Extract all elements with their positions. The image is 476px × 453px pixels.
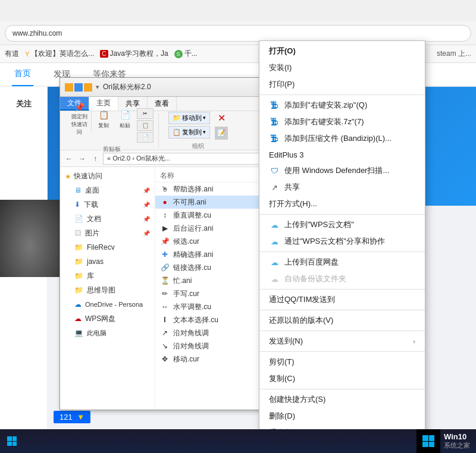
start-button[interactable]: [0, 429, 24, 453]
file-move-icon: ✥: [160, 355, 170, 363]
nav-javas[interactable]: 📁 javas: [60, 254, 155, 269]
cm-defender[interactable]: 🛡 使用 Windows Defender扫描...: [259, 162, 425, 179]
move-copy-btns: 📁 移动到 ▾ 📋 复制到 ▾: [168, 112, 210, 140]
cm-sep4: [259, 289, 425, 290]
nav-wps[interactable]: ☁ WPS网盘: [60, 312, 155, 326]
copy2-icon-btn[interactable]: 📋: [137, 120, 154, 131]
cm-baidu-icon: ☁: [269, 257, 280, 268]
win10-logo-icon: [422, 435, 434, 447]
cm-add-zip[interactable]: 🗜 添加到"右键安装.zip"(Q): [259, 97, 425, 114]
ribbon-paste-button[interactable]: 📄 粘贴: [115, 108, 134, 130]
move-to-button[interactable]: 📁 移动到 ▾: [168, 112, 210, 124]
file-help-name: 帮助选择.ani: [173, 184, 213, 194]
desktop-label: 桌面: [85, 185, 99, 196]
cm-restore[interactable]: 还原以前的版本(V): [259, 312, 425, 329]
onedrive-label: OneDrive - Persona: [85, 301, 143, 308]
clipboard-extra: ✂ 📋 📄: [137, 108, 154, 143]
address-input[interactable]: www.zhihu.com: [5, 25, 471, 42]
delete-icon-btn[interactable]: ✕: [215, 112, 228, 125]
bookmark-other[interactable]: S 千...: [174, 49, 198, 59]
cm-auto-backup[interactable]: ☁ 自动备份该文件夹: [259, 270, 425, 287]
nav-mindmap[interactable]: 📁 思维导图: [60, 283, 155, 297]
nav-pictures[interactable]: 🖼 图片 📌: [60, 226, 155, 240]
nav-docs[interactable]: 📄 文档 📌: [60, 212, 155, 226]
forward-button[interactable]: →: [77, 153, 87, 164]
file-horiz-icon: ↔: [160, 303, 170, 311]
cm-create-shortcut[interactable]: 创建快捷方式(S): [259, 391, 425, 408]
cm-share[interactable]: ↗ 共享: [259, 179, 425, 196]
file-bg-name: 后台运行.ani: [173, 224, 213, 234]
ribbon-copy-button[interactable]: 📋 复制: [94, 108, 113, 130]
context-menu: 打开(O) 安装(I) 打印(P) 🗜 添加到"右键安装.zip"(Q) 🗜 添…: [259, 40, 425, 453]
copy-to-button[interactable]: 📋 复制到 ▾: [168, 126, 210, 139]
cm-wps-share-icon: ☁: [269, 236, 280, 247]
cm-wps-share-label: 通过"WPS云文档"分享和协作: [284, 236, 415, 247]
cm-sep1: [259, 95, 425, 95]
cm-wps-upload[interactable]: ☁ 上传到"WPS云文档": [259, 216, 425, 233]
win-cell-1: [7, 436, 12, 441]
cm-add-7z[interactable]: 🗜 添加到"右键安装.7z"(7): [259, 114, 425, 130]
back-button[interactable]: ←: [64, 153, 74, 164]
cm-baidu-upload[interactable]: ☁ 上传到百度网盘: [259, 254, 425, 270]
file-hw-name: 手写.cur: [173, 289, 199, 299]
windows-logo-icon: [7, 436, 17, 446]
cm-sendto[interactable]: 发送到(N) ›: [259, 333, 425, 350]
title-folder2-icon: [84, 83, 92, 92]
pc-icon: 💻: [74, 329, 83, 337]
cm-print[interactable]: 打印(P): [259, 76, 425, 93]
ribbon-pin-button[interactable]: 📌 固定到快速访问: [70, 108, 89, 130]
cm-backup-icon: ☁: [269, 273, 280, 284]
nav-pc[interactable]: 💻 此电脑: [60, 326, 155, 340]
cm-add-bandizip[interactable]: 🗜 添加到压缩文件 (Bandizip)(L)...: [259, 130, 425, 147]
file-unavail-name: 不可用.ani: [173, 197, 206, 207]
cm-open[interactable]: 打开(O): [259, 43, 425, 59]
cm-install[interactable]: 安装(I): [259, 59, 425, 76]
cm-cut[interactable]: 剪切(T): [259, 354, 425, 370]
nav-library[interactable]: 📁 库: [60, 269, 155, 283]
bookmark-youdao[interactable]: 有道: [5, 49, 19, 59]
win-cell-3: [7, 442, 12, 446]
cm-sep7: [259, 351, 425, 352]
quick-access-header[interactable]: ★ 快速访问: [60, 169, 155, 183]
cm-wps-upload-icon: ☁: [269, 219, 280, 230]
download-pin: 📌: [143, 202, 150, 208]
cm-copy[interactable]: 复制(C): [259, 370, 425, 387]
cm-delete[interactable]: 删除(D): [259, 408, 425, 424]
wps-icon: ☁: [74, 314, 82, 323]
pin-icon: 📌: [73, 102, 85, 112]
cm-openwith-label: 打开方式(H)...: [269, 199, 415, 209]
cm-qq-send[interactable]: 通过QQ/TIM发送到: [259, 291, 425, 308]
ribbon-icons-top: 📌 固定到快速访问 📋 复制 📄 粘贴 ✂ 📋: [70, 108, 154, 143]
ribbon-group-organize: 📁 移动到 ▾ 📋 复制到 ▾ ✕ 📝: [164, 114, 233, 148]
filerecv-label: FileRecv: [87, 243, 115, 251]
nav-home[interactable]: 首页: [12, 62, 33, 86]
cm-wps-share[interactable]: ☁ 通过"WPS云文档"分享和协作: [259, 233, 425, 250]
file-busy-icon: ⏳: [160, 276, 170, 285]
cm-baidu-label: 上传到百度网盘: [284, 257, 415, 268]
nav-desktop[interactable]: 🖥 桌面 📌: [60, 183, 155, 197]
copy-to-label: 复制到: [182, 128, 202, 137]
bookmark-java[interactable]: C Java学习教程，Ja: [100, 49, 168, 59]
nav-filerecv[interactable]: 📁 FileRecv: [60, 240, 155, 254]
paste2-icon-btn[interactable]: 📄: [137, 132, 154, 143]
cm-sep6: [259, 331, 425, 331]
file-cand-icon: 📌: [160, 237, 170, 246]
cut-icon-btn[interactable]: ✂: [137, 108, 154, 119]
library-icon: 📁: [74, 272, 83, 280]
cm-editplus[interactable]: EditPlus 3: [259, 147, 425, 162]
nav-onedrive[interactable]: ☁ OneDrive - Persona: [60, 297, 155, 312]
cm-sep8: [259, 389, 425, 389]
cm-bandizip-icon: 🗜: [269, 133, 280, 144]
bookmark-c-icon: C: [100, 50, 108, 58]
copy-to-arrow: ▾: [203, 129, 206, 135]
cm-openwith[interactable]: 打开方式(H)...: [259, 196, 425, 212]
nav-download[interactable]: ⬇ 下载 📌: [60, 197, 155, 212]
bookmark-english[interactable]: Y 【欢迎】英语怎么...: [25, 49, 94, 59]
copy-to-icon: 📋: [173, 128, 181, 136]
filerecv-icon: 📁: [74, 243, 83, 251]
up-button[interactable]: ↑: [90, 153, 101, 164]
file-link-name: 链接选择.cu: [173, 263, 211, 273]
badge-arrow: ▼: [77, 413, 84, 421]
rename-icon-btn[interactable]: 📝: [215, 127, 228, 140]
file-cand-name: 候选.cur: [173, 237, 199, 247]
